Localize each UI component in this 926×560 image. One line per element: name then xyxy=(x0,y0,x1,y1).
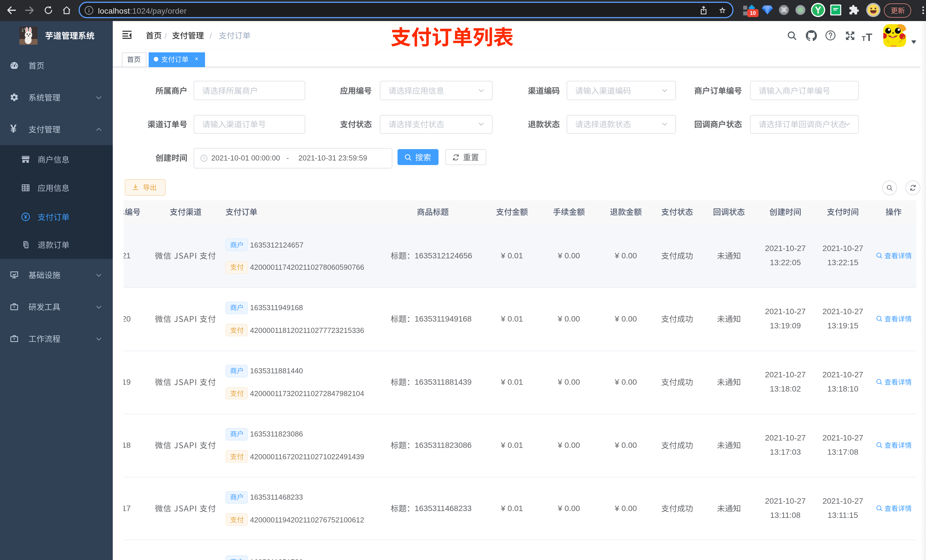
svg-text:⌘: ⌘ xyxy=(781,6,787,14)
